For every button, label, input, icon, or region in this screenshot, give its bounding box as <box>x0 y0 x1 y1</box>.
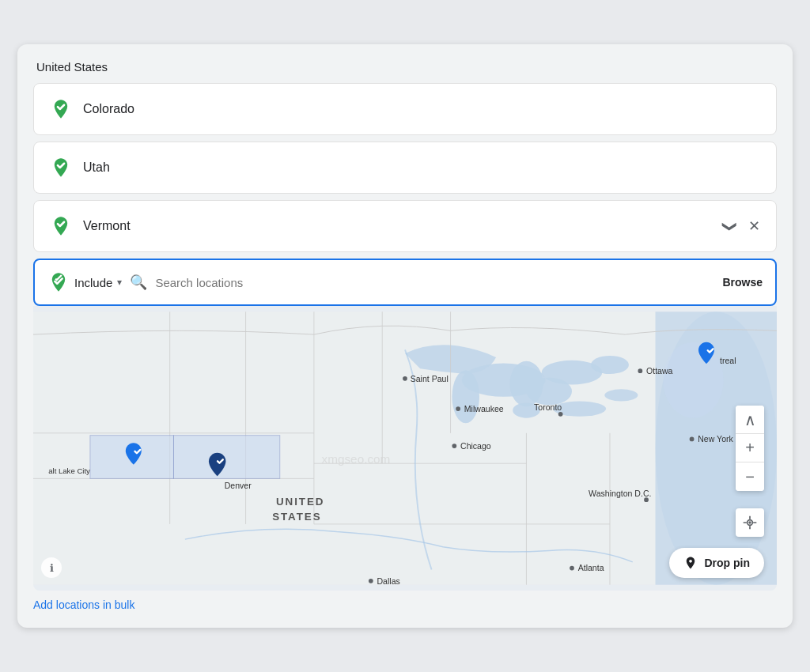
location-pin-icon <box>50 215 72 237</box>
location-name: Colorado <box>83 102 134 116</box>
location-chevron-down-icon[interactable]: ❯ <box>721 221 739 232</box>
search-input[interactable] <box>155 276 714 289</box>
section-title: United States <box>33 60 777 74</box>
svg-text:Toronto: Toronto <box>534 402 562 412</box>
svg-rect-17 <box>173 436 279 479</box>
svg-text:New York: New York <box>698 434 733 444</box>
svg-text:Atlanta: Atlanta <box>578 563 604 572</box>
include-button[interactable]: Include ▾ <box>47 271 122 293</box>
svg-point-28 <box>456 406 460 411</box>
svg-text:UNITED: UNITED <box>276 496 324 508</box>
svg-text:treal: treal <box>720 356 736 365</box>
svg-point-42 <box>369 579 373 583</box>
zoom-out-button[interactable]: − <box>736 462 764 491</box>
location-item: Vermont❯✕ <box>33 200 777 252</box>
search-icon: 🔍 <box>130 274 147 291</box>
svg-text:xmgseo.com: xmgseo.com <box>321 452 390 466</box>
locate-icon <box>742 515 758 530</box>
search-bar: Include ▾ 🔍 Browse <box>33 259 777 306</box>
svg-point-32 <box>558 412 563 417</box>
main-container: United States Colorado Utah Vermont❯✕ In… <box>17 44 793 628</box>
svg-text:Milwaukee: Milwaukee <box>464 404 504 413</box>
location-name: Utah <box>83 160 110 175</box>
zoom-up-button[interactable]: ∧ <box>736 406 764 434</box>
location-list: Colorado Utah Vermont❯✕ <box>33 83 777 252</box>
add-locations-link[interactable]: Add locations in bulk <box>33 598 134 611</box>
svg-point-25 <box>663 342 724 418</box>
location-name: Vermont <box>83 219 131 233</box>
map-svg: Saint Paul Milwaukee Chicago Toronto Ott… <box>33 306 777 591</box>
svg-text:Washington D.C.: Washington D.C. <box>589 489 651 498</box>
svg-text:Chicago: Chicago <box>460 441 491 451</box>
zoom-controls: ∧ + − <box>736 406 764 491</box>
svg-text:alt Lake City: alt Lake City <box>48 466 90 475</box>
svg-point-51 <box>748 521 751 523</box>
svg-text:Denver: Denver <box>225 481 252 490</box>
location-actions: ❯✕ <box>724 217 760 235</box>
svg-text:STATES: STATES <box>272 511 321 523</box>
svg-point-30 <box>452 444 456 448</box>
info-button[interactable]: ℹ <box>41 557 62 578</box>
location-item: Utah <box>33 142 777 194</box>
drop-pin-button[interactable]: Drop pin <box>669 548 764 578</box>
location-pin-icon <box>50 98 72 120</box>
zoom-in-button[interactable]: + <box>736 434 764 462</box>
map-container: Saint Paul Milwaukee Chicago Toronto Ott… <box>33 306 777 591</box>
include-pin-icon <box>47 271 70 293</box>
svg-text:Dallas: Dallas <box>377 576 400 586</box>
include-chevron-icon: ▾ <box>117 277 122 288</box>
svg-text:Ottawa: Ottawa <box>646 366 673 376</box>
location-close-icon[interactable]: ✕ <box>748 217 760 235</box>
info-icon: ℹ <box>50 562 54 574</box>
svg-point-40 <box>570 566 574 571</box>
svg-point-36 <box>690 437 695 442</box>
svg-text:Saint Paul: Saint Paul <box>411 374 449 383</box>
location-pin-icon <box>50 157 72 179</box>
locate-button[interactable] <box>736 508 764 537</box>
browse-button[interactable]: Browse <box>722 276 763 289</box>
location-item: Colorado <box>33 83 777 135</box>
svg-point-26 <box>403 376 407 381</box>
svg-point-34 <box>638 368 642 373</box>
drop-pin-label: Drop pin <box>704 557 750 569</box>
drop-pin-icon <box>683 556 698 570</box>
include-label: Include <box>74 276 112 289</box>
